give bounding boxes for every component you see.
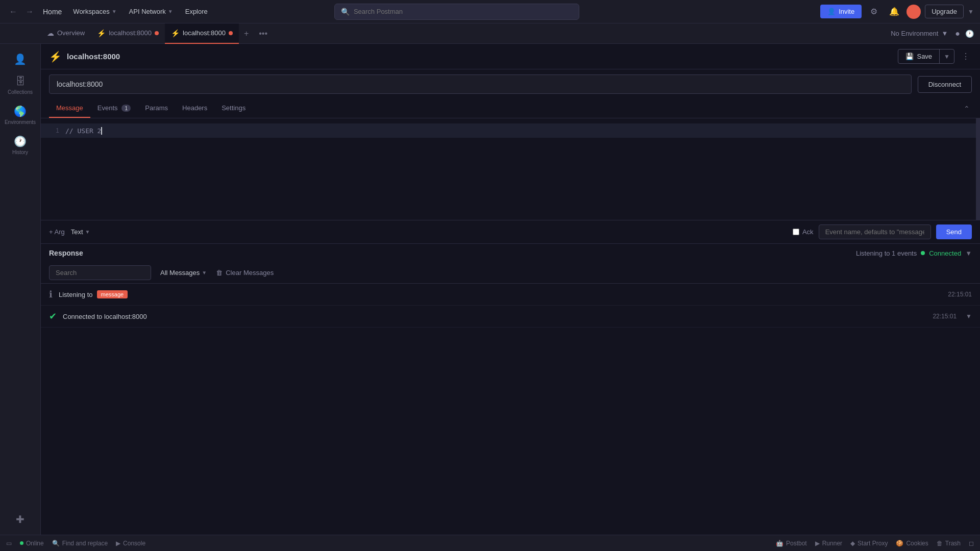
tab-headers[interactable]: Headers [175,99,214,118]
status-find-replace[interactable]: 🔍 Find and replace [52,540,108,547]
request-header: ⚡ localhost:8000 💾 Save ▼ ⋮ [41,44,980,69]
home-link[interactable]: Home [39,8,66,16]
history-label: History [12,149,28,155]
message-content-2: Connected to localhost:8000 [63,313,926,320]
message-tabs: Message Events 1 Params Headers Settings… [41,99,980,118]
tab-settings[interactable]: Settings [214,99,253,118]
connected-label: Connected [929,249,961,257]
sidebar: 👤 🗄 Collections 🌎 Environments 🕐 History… [0,44,41,535]
response-search-input[interactable] [49,265,151,280]
ack-checkbox-group: Ack [793,228,814,236]
listening-info: Listening to 1 events [856,249,917,257]
tab-dot-2 [229,31,233,35]
tab-overview-label: Overview [57,29,85,37]
tab-localhost-2[interactable]: ⚡ localhost:8000 [165,23,239,44]
status-console[interactable]: ▶ Console [116,540,145,547]
request-more-button[interactable]: ⋮ [960,49,972,63]
all-messages-chevron-icon: ▼ [202,270,207,276]
params-tab-label: Params [145,104,168,112]
editor-scrollbar[interactable] [976,118,980,220]
info-icon: ℹ [49,289,53,300]
request-title: localhost:8000 [67,52,893,61]
collapse-button[interactable]: ⌃ [962,103,972,115]
status-postbot[interactable]: 🤖 Postbot [776,540,807,547]
response-messages: ℹ Listening to message 22:15:01 ✔ Connec… [41,284,980,535]
cookies-label: Cookies [906,540,928,547]
status-trash[interactable]: 🗑 Trash [937,540,961,547]
avatar[interactable] [906,5,921,19]
forward-button[interactable]: → [22,5,37,19]
explore-link[interactable]: Explore [180,6,213,17]
tab-overview[interactable]: ☁ Overview [41,23,91,44]
add-arg-button[interactable]: + Arg [49,228,65,236]
upgrade-button[interactable]: Upgrade [925,5,964,18]
postbot-label: Postbot [786,540,807,547]
back-button[interactable]: ← [6,5,20,19]
status-layout-toggle[interactable]: ◻ [969,540,974,547]
message-expand-icon[interactable]: ▼ [966,313,972,320]
tab-dot-1 [155,31,159,35]
text-chevron-icon: ▼ [85,229,90,235]
sidebar-item-environments[interactable]: 🌎 Environments [4,101,37,129]
search-bar[interactable]: 🔍 [334,4,579,20]
event-name-input[interactable] [819,224,931,239]
invite-label: Invite [839,8,854,15]
invite-button[interactable]: 👤 Invite [820,5,862,18]
ack-checkbox[interactable] [793,229,799,235]
notifications-button[interactable]: 🔔 [886,4,902,20]
line-content-1: // USER 2 [65,127,102,135]
all-messages-dropdown[interactable]: All Messages ▼ [156,266,211,279]
history-icon: 🕐 [14,135,27,147]
trash-icon: 🗑 [937,540,943,547]
tab-localhost-1[interactable]: ⚡ localhost:8000 [91,23,165,44]
history-icon: 🕐 [965,30,974,38]
console-icon: ▶ [116,540,120,547]
message-row: ✔ Connected to localhost:8000 22:15:01 ▼ [41,306,980,328]
disconnect-button[interactable]: Disconnect [918,76,972,93]
env-icon: ● [955,29,960,38]
save-dropdown-button[interactable]: ▼ [940,50,954,63]
save-button[interactable]: 💾 Save [898,49,940,63]
more-tabs-button[interactable]: ••• [254,23,273,44]
tab-message[interactable]: Message [49,99,90,118]
status-cookies[interactable]: 🍪 Cookies [896,540,928,547]
cookies-icon: 🍪 [896,540,903,547]
tab-events[interactable]: Events 1 [90,99,138,118]
status-layout-button[interactable]: ▭ [6,540,12,547]
sidebar-item-new[interactable]: ✚ [4,509,37,530]
editor-area[interactable]: 1 // USER 2 [41,118,980,220]
proxy-icon: ◆ [850,540,855,547]
new-tab-button[interactable]: + [239,23,254,44]
text-dropdown[interactable]: Text ▼ [71,228,90,236]
tab-localhost-1-label: localhost:8000 [109,29,152,37]
settings-button[interactable]: ⚙ [866,4,882,20]
tab-params[interactable]: Params [138,99,175,118]
status-start-proxy[interactable]: ◆ Start Proxy [850,540,888,547]
add-arg-label: + Arg [49,228,65,236]
all-messages-label: All Messages [160,269,200,277]
response-status: Listening to 1 events Connected ▼ [856,249,972,257]
search-input[interactable] [354,8,573,15]
clear-messages-button[interactable]: 🗑 Clear Messages [216,269,274,277]
url-input[interactable] [49,74,912,94]
sidebar-item-history[interactable]: 🕐 History [4,131,37,159]
workspaces-chevron-icon: ▼ [112,9,117,14]
message-time-2: 22:15:01 [933,313,957,320]
postbot-icon: 🤖 [776,540,783,547]
sidebar-item-user[interactable]: 👤 [4,49,37,69]
environment-selector[interactable]: No Environment ▼ ● 🕐 [891,29,980,38]
status-runner[interactable]: ▶ Runner [815,540,842,547]
status-online[interactable]: Online [20,540,44,547]
ws-icon-1: ⚡ [97,29,106,37]
sidebar-item-collections[interactable]: 🗄 Collections [4,71,37,99]
start-proxy-label: Start Proxy [857,540,888,547]
nav-right: 👤 Invite ⚙ 🔔 Upgrade ▼ [820,4,974,20]
invite-icon: 👤 [827,8,836,15]
send-button[interactable]: Send [936,224,972,239]
api-network-menu[interactable]: API Network ▼ [124,6,178,17]
explore-label: Explore [185,8,208,15]
save-label: Save [917,53,932,60]
status-bar: ▭ Online 🔍 Find and replace ▶ Console 🤖 … [0,535,980,551]
workspaces-menu[interactable]: Workspaces ▼ [68,6,121,17]
text-label: Text [71,228,83,236]
